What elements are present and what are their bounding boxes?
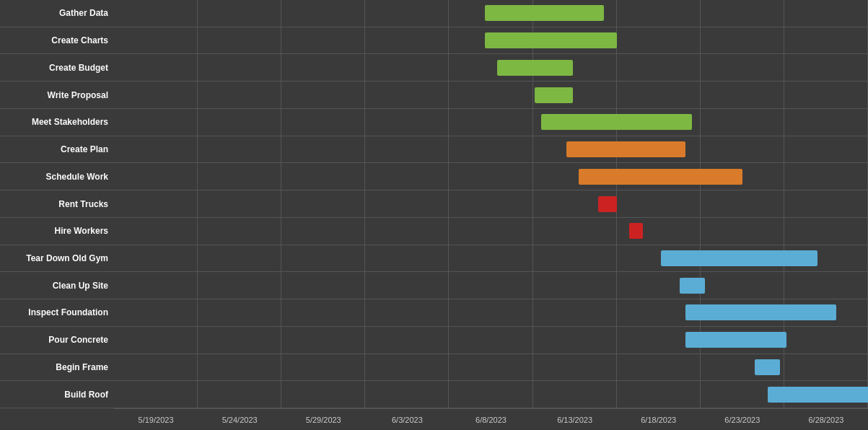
gantt-bar [598, 196, 617, 212]
gantt-bar [485, 5, 604, 21]
task-label: Tear Down Old Gym [0, 245, 114, 273]
gantt-bar [768, 387, 868, 403]
task-row [114, 354, 868, 382]
task-label: Gather Data [0, 0, 114, 27]
task-rows [114, 0, 868, 408]
date-label: 6/28/2023 [784, 408, 868, 430]
task-label: Build Roof [0, 381, 114, 408]
task-label: Create Plan [0, 136, 114, 164]
gantt-bar [629, 223, 643, 239]
task-label: Clean Up Site [0, 272, 114, 299]
task-labels: Gather DataCreate ChartsCreate BudgetWri… [0, 0, 114, 408]
gantt-bar [497, 60, 573, 76]
chart-body: Gather DataCreate ChartsCreate BudgetWri… [0, 0, 868, 408]
task-label: Create Charts [0, 27, 114, 55]
gantt-bar [685, 332, 786, 348]
task-row [114, 82, 868, 109]
gantt-bar [661, 250, 818, 266]
task-label: Create Budget [0, 54, 114, 82]
date-axis: 5/19/20235/24/20235/29/20236/3/20236/8/2… [114, 408, 868, 430]
gantt-bar [485, 32, 617, 48]
date-label: 6/8/2023 [449, 408, 532, 430]
task-row [114, 381, 868, 408]
date-label: 6/18/2023 [617, 408, 701, 430]
task-label: Schedule Work [0, 163, 114, 190]
gantt-chart: Gather DataCreate ChartsCreate BudgetWri… [0, 0, 868, 430]
gantt-bar [755, 359, 780, 375]
task-row [114, 327, 868, 354]
date-label: 6/13/2023 [533, 408, 617, 430]
task-row [114, 190, 868, 218]
task-label: Begin Frame [0, 354, 114, 382]
task-row [114, 163, 868, 190]
date-label: 5/24/2023 [198, 408, 281, 430]
task-label: Meet Stakeholders [0, 109, 114, 136]
task-row [114, 27, 868, 55]
date-label: 5/29/2023 [281, 408, 365, 430]
date-label: 6/3/2023 [365, 408, 449, 430]
task-label: Write Proposal [0, 82, 114, 109]
task-row [114, 299, 868, 327]
date-label: 6/23/2023 [701, 408, 784, 430]
task-row [114, 109, 868, 136]
task-row [114, 272, 868, 299]
gantt-area [114, 0, 868, 408]
gantt-bar [579, 169, 742, 185]
task-row [114, 54, 868, 82]
gantt-bar [566, 141, 685, 157]
gantt-bar [685, 304, 836, 320]
gantt-bar [680, 278, 705, 294]
task-row [114, 245, 868, 273]
task-label: Pour Concrete [0, 327, 114, 354]
task-row [114, 218, 868, 245]
task-row [114, 0, 868, 27]
task-row [114, 136, 868, 164]
task-label: Inspect Foundation [0, 299, 114, 327]
gantt-bar [535, 87, 572, 103]
date-label: 5/19/2023 [114, 408, 198, 430]
gantt-bar [541, 114, 692, 130]
task-label: Hire Workers [0, 218, 114, 245]
task-label: Rent Trucks [0, 190, 114, 218]
